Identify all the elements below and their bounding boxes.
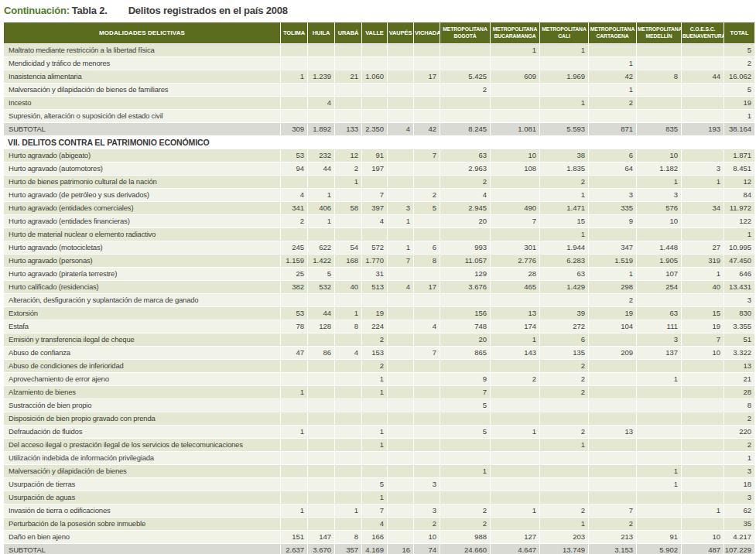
value-cell [335,333,362,347]
value-cell [414,162,440,176]
value-cell [414,228,440,241]
value-cell: 135 [540,347,589,360]
value-cell: 254 [637,281,682,294]
value-cell: 487 [682,544,724,554]
row-label: Malversación y dilapidación de bienes [4,465,281,478]
value-cell: 5.425 [440,70,491,84]
row-label: Supresión, alteración o suposición del e… [4,110,281,123]
value-cell [308,84,335,97]
value-cell: 3.670 [308,544,335,554]
value-cell: 31 [362,268,388,281]
value-cell: 1 [637,465,682,478]
value-cell: 12 [335,149,362,162]
value-cell: 1 [362,426,388,439]
value-cell [414,491,440,504]
value-cell [281,44,308,57]
value-cell: 7 [414,347,440,360]
value-cell: 1.429 [540,281,589,294]
value-cell: 35 [724,518,755,531]
table-row: Aprovechamiento de error ajeno1922121 [4,373,755,386]
value-cell [362,110,388,123]
value-cell [682,452,724,465]
value-cell [682,426,724,439]
value-cell [362,412,388,426]
value-cell: 220 [724,426,755,439]
column-header: VAUPÉS [388,22,414,44]
value-cell: 1 [637,373,682,386]
row-label: Alzamiento de bienes [4,386,281,399]
value-cell: 1 [491,504,540,518]
value-cell: 18 [724,478,755,491]
value-cell [388,189,414,202]
value-cell: 12 [724,176,755,189]
value-cell: 107.229 [724,544,755,554]
value-cell [335,110,362,123]
row-label: Mendicidad y tráfico de menores [4,57,281,70]
value-cell: 28 [724,386,755,399]
value-cell [281,491,308,504]
value-cell: 1 [589,57,637,70]
value-cell [491,491,540,504]
section-title: VII. DELITOS CONTRA EL PATRIMONIO ECONÓM… [4,136,755,149]
value-cell: 3.676 [440,281,491,294]
value-cell [440,57,491,70]
value-cell: 2.963 [440,162,491,176]
value-cell: 1 [335,307,362,320]
value-cell [388,399,414,412]
value-cell: 3 [414,478,440,491]
value-cell: 4.647 [491,544,540,554]
value-cell: 86 [308,347,335,360]
column-header: METROPOLITANA CALI [540,22,589,44]
row-label: Daño en bien ajeno [4,531,281,544]
value-cell: 8 [335,320,362,333]
value-cell: 1 [362,439,388,452]
value-cell [388,307,414,320]
value-cell: 2 [362,333,388,347]
value-cell: 127 [491,531,540,544]
column-header: TOTAL [724,22,755,44]
table-row: Hurto agravado (motocicletas)24562254572… [4,241,755,255]
value-cell: 5.902 [637,544,682,554]
value-cell: 4 [362,215,388,228]
value-cell: 153 [362,347,388,360]
value-cell: 2 [540,386,589,399]
value-cell: 4 [362,518,388,531]
value-cell [388,439,414,452]
value-cell [491,399,540,412]
value-cell [414,97,440,110]
value-cell: 17 [414,281,440,294]
value-cell: 63 [540,268,589,281]
value-cell: 2 [414,518,440,531]
value-cell: 3 [724,491,755,504]
value-cell: 871 [589,123,637,136]
value-cell: 1.905 [637,255,682,268]
table-row: Malversación y dilapidación de bienes de… [4,84,755,97]
row-label: Hurto agravado (entidades financieras) [4,215,281,228]
value-cell [637,518,682,531]
value-cell: 2 [335,162,362,176]
value-cell [388,84,414,97]
column-header-modalidades: MODALIDADES DELICTIVAS [4,22,281,44]
value-cell: 108 [491,162,540,176]
value-cell [308,373,335,386]
value-cell: 1.239 [308,70,335,84]
value-cell: 2 [540,360,589,373]
value-cell [335,373,362,386]
value-cell [540,452,589,465]
value-cell [362,44,388,57]
value-cell [308,412,335,426]
value-cell [637,97,682,110]
value-cell [281,465,308,478]
value-cell: 1 [724,228,755,241]
value-cell: 51 [724,333,755,347]
value-cell: 44 [308,307,335,320]
value-cell [281,518,308,531]
row-label: Hurto agravado (automotores) [4,162,281,176]
value-cell: 4 [414,320,440,333]
value-cell [637,504,682,518]
value-cell: 24.660 [440,544,491,554]
value-cell: 25 [281,268,308,281]
value-cell: 40 [682,281,724,294]
value-cell: 988 [440,531,491,544]
value-cell: 19 [589,307,637,320]
